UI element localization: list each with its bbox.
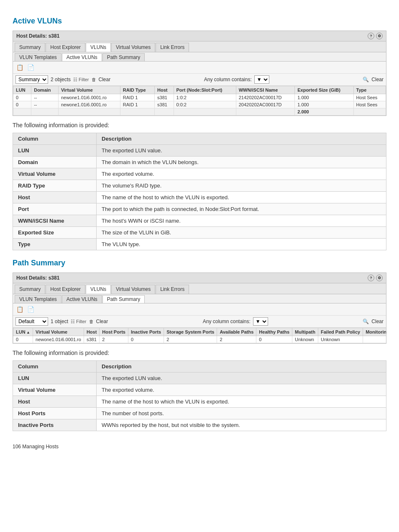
info-col-name: Virtual Volume xyxy=(13,168,97,180)
col-type[interactable]: Type xyxy=(353,86,386,94)
col-exported-size[interactable]: Exported Size (GiB) xyxy=(295,86,353,94)
path-col-host[interactable]: Host xyxy=(84,328,99,336)
path-any-column-select[interactable]: ▼ xyxy=(253,317,268,326)
col-raid-type[interactable]: RAID Type xyxy=(120,86,154,94)
path-col-available-paths[interactable]: Available Paths xyxy=(217,328,256,336)
table-cell: 1.000 xyxy=(295,94,353,101)
path-col-virtual-volume[interactable]: Virtual Volume xyxy=(33,328,84,336)
table-total-cell xyxy=(13,108,31,116)
table-cell: 0 xyxy=(13,101,31,108)
table-cell: 20420202AC00017D xyxy=(236,101,294,108)
path-col-monitoring-interval[interactable]: Monitoring Interval xyxy=(363,328,386,336)
clear-label-right[interactable]: Clear xyxy=(371,77,384,82)
table-cell: newone1.01i6.0001.ro xyxy=(58,101,120,108)
info-col-name: Type xyxy=(13,239,97,250)
info-col-name: Virtual Volume xyxy=(13,384,97,396)
info-col-desc: The domain in which the VLUN belongs. xyxy=(97,157,386,168)
path-col-inactive-ports[interactable]: Inactive Ports xyxy=(128,328,164,336)
path-sub-tab-vlun-templates[interactable]: VLUN Templates xyxy=(15,295,61,303)
path-any-column-label: Any column contains: xyxy=(203,319,251,324)
table-cell: s381 xyxy=(84,336,99,343)
col-host[interactable]: Host xyxy=(155,86,174,94)
path-settings-icon[interactable]: ⚙ xyxy=(376,275,383,281)
list-item: TypeThe VLUN type. xyxy=(13,239,386,250)
path-summary-desc: The following information is provided: xyxy=(13,350,386,356)
path-col-lun[interactable]: LUN xyxy=(13,328,33,336)
path-panel-title: Host Details: s381 xyxy=(16,275,59,281)
path-tab-virtual-volumes[interactable]: Virtual Volumes xyxy=(111,285,155,294)
path-default-select[interactable]: Default Summary xyxy=(15,317,48,326)
path-clear-icon-left[interactable]: 🗑 xyxy=(89,319,94,324)
path-tab-host-explorer[interactable]: Host Explorer xyxy=(46,285,85,294)
info-desc-header: Description xyxy=(97,133,386,145)
path-tab-link-errors[interactable]: Link Errors xyxy=(156,285,189,294)
path-filter-icon[interactable]: ☷ Filter xyxy=(71,319,87,324)
panel-titlebar-icons: ? ⚙ xyxy=(368,33,383,39)
path-clear-label-left[interactable]: Clear xyxy=(96,319,108,324)
path-col-multipath[interactable]: Multipath xyxy=(292,328,318,336)
help-icon[interactable]: ? xyxy=(368,33,374,39)
table-cell: -- xyxy=(31,94,59,101)
path-clear-label-right[interactable]: Clear xyxy=(371,319,384,324)
table-cell: 0:0:2 xyxy=(174,101,236,108)
col-wwn[interactable]: WWN/iSCSI Name xyxy=(236,86,294,94)
summary-select[interactable]: Summary Default xyxy=(15,75,48,84)
table-cell: s381 xyxy=(155,94,174,101)
path-tab-vluns[interactable]: VLUNs xyxy=(86,285,111,294)
filter-icon[interactable]: ☷ Filter xyxy=(73,77,89,82)
info-col-desc: The name of the host to which the VLUN i… xyxy=(97,192,386,203)
table-cell: 2 xyxy=(100,336,128,343)
table-total-cell xyxy=(174,108,236,116)
active-vluns-section: Active VLUNs Host Details: s381 ? ⚙ Summ… xyxy=(13,17,386,250)
list-item: LUNThe exported LUN value. xyxy=(13,145,386,157)
path-search-icon[interactable]: 🔍 xyxy=(363,319,369,324)
clear-icon-left[interactable]: 🗑 xyxy=(92,77,96,82)
path-sub-tab-path-summary[interactable]: Path Summary xyxy=(102,295,145,303)
sub-tab-path-summary[interactable]: Path Summary xyxy=(102,53,145,61)
table-total-cell xyxy=(236,108,294,116)
tab-virtual-volumes[interactable]: Virtual Volumes xyxy=(111,43,155,52)
info-col-name: WWN/iSCSI Name xyxy=(13,215,97,227)
list-item: Inactive PortsWWNs reported by the host,… xyxy=(13,419,386,431)
info-col-desc: The size of the VLUN in GiB. xyxy=(97,227,386,239)
tab-vluns[interactable]: VLUNs xyxy=(86,43,111,52)
path-col-host-ports[interactable]: Host Ports xyxy=(100,328,128,336)
clipboard-icon[interactable]: 📄 xyxy=(26,63,35,72)
col-domain[interactable]: Domain xyxy=(31,86,59,94)
table-cell: 1:0:2 xyxy=(174,94,236,101)
tab-host-explorer[interactable]: Host Explorer xyxy=(46,43,85,52)
col-port[interactable]: Port (Node:Slot:Port) xyxy=(174,86,236,94)
table-total-cell xyxy=(353,108,386,116)
clear-label-left[interactable]: Clear xyxy=(99,77,111,82)
col-lun[interactable]: LUN xyxy=(13,86,31,94)
panel-title: Host Details: s381 xyxy=(16,33,59,39)
col-virtual-volume[interactable]: Virtual Volume xyxy=(58,86,120,94)
path-col-failed-path-policy[interactable]: Failed Path Policy xyxy=(318,328,363,336)
info-col-name: LUN xyxy=(13,145,97,157)
main-tab-bar: Summary Host Explorer VLUNs Virtual Volu… xyxy=(13,41,386,52)
search-icon[interactable]: 🔍 xyxy=(363,77,369,82)
info-col-name: LUN xyxy=(13,373,97,384)
path-sub-tab-active-vluns[interactable]: Active VLUNs xyxy=(62,295,102,303)
path-clipboard-icon[interactable]: 📄 xyxy=(26,305,35,314)
settings-icon[interactable]: ⚙ xyxy=(376,33,383,39)
tab-link-errors[interactable]: Link Errors xyxy=(156,43,189,52)
info-col-name: Host xyxy=(13,192,97,203)
path-col-storage-system-ports[interactable]: Storage System Ports xyxy=(164,328,217,336)
list-item: DomainThe domain in which the VLUN belon… xyxy=(13,157,386,168)
path-summary-section: Path Summary Host Details: s381 ? ⚙ Summ… xyxy=(13,259,386,431)
tab-summary[interactable]: Summary xyxy=(15,43,45,52)
path-col-healthy-paths[interactable]: Healthy Paths xyxy=(256,328,292,336)
path-summary-info-table: Column Description LUNThe exported LUN v… xyxy=(13,360,386,431)
table-cell: Unknown xyxy=(292,336,318,343)
copy-icon[interactable]: 📋 xyxy=(15,63,24,72)
info-col-desc: The exported LUN value. xyxy=(97,145,386,157)
path-copy-icon[interactable]: 📋 xyxy=(15,305,24,314)
sub-tab-active-vluns[interactable]: Active VLUNs xyxy=(62,53,102,61)
path-tab-summary[interactable]: Summary xyxy=(15,285,45,294)
info-col-desc: The port to which the path is connected,… xyxy=(97,203,386,215)
any-column-select[interactable]: ▼ xyxy=(254,75,269,84)
path-help-icon[interactable]: ? xyxy=(368,275,374,281)
sub-tab-vlun-templates[interactable]: VLUN Templates xyxy=(15,53,61,61)
path-summary-toolbar: 📋 📄 xyxy=(13,303,386,316)
